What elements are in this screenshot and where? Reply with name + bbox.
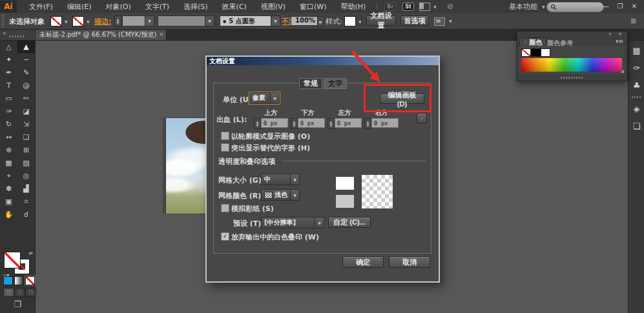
width-profile-combo[interactable]: ▼ xyxy=(158,15,214,26)
workspace-switcher[interactable]: 基本功能 ▼ xyxy=(509,2,546,12)
artboards-panel-icon[interactable]: ❏ xyxy=(632,117,642,135)
scale-tool[interactable]: ⇲ xyxy=(17,117,35,130)
stock-button[interactable]: St xyxy=(402,3,414,11)
fill-indicator[interactable] xyxy=(4,252,21,268)
simulate-paper-checkbox[interactable] xyxy=(221,204,229,212)
stepper-down-icon[interactable]: ▼ xyxy=(366,124,369,127)
menu-item-4[interactable]: 选择(S) xyxy=(176,2,215,12)
blend-tool[interactable]: ◎ xyxy=(17,169,35,182)
swap-fill-stroke-icon[interactable]: ⇄ xyxy=(28,250,33,256)
tab-type[interactable]: 文字 xyxy=(324,78,347,89)
bleed-stepper-top[interactable]: ▲▼ xyxy=(254,118,261,129)
tab-color[interactable]: ◦ 颜色 xyxy=(519,37,546,46)
cs-live-sync-icon[interactable]: ⊘ xyxy=(446,1,454,12)
toolpanel-header[interactable]: « xyxy=(0,29,35,40)
search-input[interactable] xyxy=(546,2,604,12)
preferences-button[interactable]: 首选项 xyxy=(400,15,429,26)
white-swatch[interactable] xyxy=(541,48,550,57)
menu-item-7[interactable]: 窗口(W) xyxy=(293,2,333,12)
close-icon[interactable]: ✕ xyxy=(627,0,641,12)
bleed-stepper-right[interactable]: ▲▼ xyxy=(364,118,371,129)
style-picker[interactable]: ▼ xyxy=(344,16,363,26)
swatches-panel-icon[interactable]: ▦ xyxy=(632,42,642,59)
gradient-tool[interactable]: ▨ xyxy=(17,156,35,169)
tab-close-icon[interactable]: ✕ xyxy=(159,32,163,37)
rotate-tool[interactable]: ↻ xyxy=(0,117,17,130)
type-tool[interactable]: T xyxy=(0,79,17,92)
eyedropper-tool[interactable]: ⌖ xyxy=(0,169,17,182)
rectangle-tool[interactable]: ▭ xyxy=(0,92,17,105)
brushes-panel-icon[interactable]: ✑ xyxy=(632,59,642,77)
toolpanel-collapse-icon[interactable]: « xyxy=(3,30,6,36)
grid-size-arrow-icon[interactable]: ▼ xyxy=(290,174,299,185)
substituted-glyphs-checkbox[interactable] xyxy=(221,143,229,152)
color-panel-header[interactable]: « ✕ xyxy=(517,32,627,37)
pencil-tool[interactable]: ✑ xyxy=(0,105,17,117)
fill-stroke-indicator[interactable]: ⇄ ▱▰ xyxy=(3,252,33,274)
panel-close-icon[interactable]: ✕ xyxy=(618,32,622,37)
selection-tool[interactable]: ▲ xyxy=(17,40,35,53)
tab-general[interactable]: 常规 xyxy=(299,78,322,89)
bridge-button[interactable]: Br xyxy=(384,3,396,11)
stepper-down-icon[interactable]: ▼ xyxy=(293,124,295,127)
paintbrush-tool[interactable]: ✏ xyxy=(17,92,35,105)
document-tab[interactable]: 未标题-2.pdf* @ 66.67% (CMYK/预览) ✕ xyxy=(36,29,167,40)
align-panel-arrow-icon[interactable]: ▼ xyxy=(449,19,452,23)
slice-tool[interactable]: ⌗ xyxy=(17,195,35,208)
symbols-panel-icon[interactable]: ♣ xyxy=(632,77,642,94)
layers-panel-icon[interactable]: ◈ xyxy=(632,100,642,117)
direct-selection-tool[interactable]: △ xyxy=(0,40,17,53)
bleed-value-right[interactable]: 0 px xyxy=(371,118,399,128)
stroke-weight-combo[interactable]: ▼ xyxy=(122,15,154,26)
panel-resize-icon[interactable]: ◢ xyxy=(621,68,624,74)
panel-bottom-grip[interactable] xyxy=(561,77,583,79)
magic-wand-tool[interactable]: ✦ xyxy=(0,53,17,66)
stroke-weight-stepper[interactable]: ▲ ▼ xyxy=(114,15,121,26)
preset-dropdown[interactable]: [中分辨率] ▼ xyxy=(261,217,324,228)
width-profile-arrow-icon[interactable]: ▼ xyxy=(205,16,214,26)
controlbar-menu-icon[interactable]: ≣ xyxy=(630,17,636,25)
stepper-down-icon[interactable]: ▼ xyxy=(117,21,119,25)
color-spectrum[interactable] xyxy=(521,58,622,72)
bleed-stepper-bottom[interactable]: ▲▼ xyxy=(291,118,298,129)
curvature-tool[interactable]: ✎ xyxy=(17,66,35,79)
bleed-link-button[interactable] xyxy=(417,113,427,123)
document-setup-button[interactable]: 文档设置 xyxy=(366,15,396,26)
outline-mode-checkbox[interactable] xyxy=(221,132,229,140)
artboard-tool[interactable]: ▣ xyxy=(0,195,17,208)
opacity-arrow-icon[interactable]: ▶ xyxy=(317,16,324,27)
stepper-down-icon[interactable]: ▼ xyxy=(329,124,332,127)
custom-button[interactable]: 自定 (C)... xyxy=(328,217,371,228)
arrange-documents-arrow-icon[interactable]: ▼ xyxy=(433,5,437,9)
align-panel-icon[interactable] xyxy=(434,17,445,26)
bleed-value-top[interactable]: 0 px xyxy=(261,118,288,128)
ok-button[interactable]: 确定 xyxy=(342,256,384,268)
placed-photo[interactable] xyxy=(166,118,206,214)
mesh-tool[interactable]: ▦ xyxy=(0,156,17,169)
grid-color-dropdown[interactable]: 浅色 ▼ xyxy=(261,189,300,201)
panel-collapse-icon[interactable]: « xyxy=(608,31,612,37)
symbol-sprayer-tool[interactable]: ✽ xyxy=(0,182,17,195)
dialog-title-bar[interactable]: 文档设置 xyxy=(207,57,439,65)
controlbar-grip[interactable] xyxy=(1,15,5,27)
free-transform-tool[interactable]: ❏ xyxy=(17,130,35,143)
lasso-tool[interactable]: ∽ xyxy=(17,53,35,66)
draw-normal-icon[interactable]: ▢ xyxy=(3,288,14,297)
fill-color-picker[interactable]: ▼ xyxy=(50,16,69,26)
menu-item-5[interactable]: 效果(C) xyxy=(215,2,254,12)
graph-tool[interactable]: ▟ xyxy=(17,182,35,195)
shape-builder-tool[interactable]: ⊕ xyxy=(0,143,17,156)
units-dropdown[interactable]: 像素 ▼ xyxy=(249,92,280,104)
menu-item-1[interactable]: 编辑(E) xyxy=(60,2,99,12)
menu-item-2[interactable]: 对象(O) xyxy=(98,2,138,12)
perspective-grid-tool[interactable]: ⊞ xyxy=(17,143,35,156)
arrange-documents-icon[interactable] xyxy=(419,3,430,11)
zoom-tool[interactable]: ☌ xyxy=(17,208,35,221)
brush-arrow-icon[interactable]: ▼ xyxy=(271,16,280,26)
bleed-stepper-left[interactable]: ▲▼ xyxy=(327,118,335,129)
width-tool[interactable]: ↔ xyxy=(0,130,17,143)
pen-tool[interactable]: ✒ xyxy=(0,66,17,79)
discard-white-overprint-checkbox[interactable]: ✓ xyxy=(221,232,229,241)
restore-icon[interactable]: ❐ xyxy=(613,0,627,12)
spiral-tool[interactable]: @ xyxy=(17,79,35,92)
